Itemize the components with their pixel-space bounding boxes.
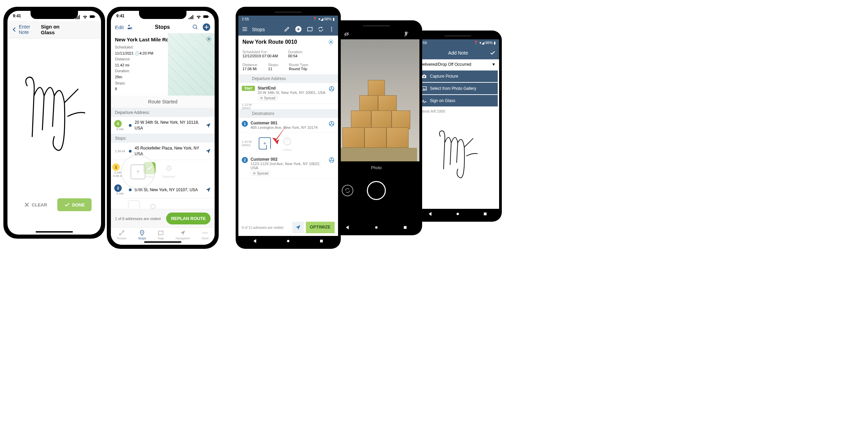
svg-rect-0 (90, 15, 95, 18)
svg-point-8 (208, 38, 210, 40)
speaker (363, 25, 390, 26)
edit-button[interactable]: Edit (115, 24, 124, 30)
gear-icon[interactable] (206, 36, 212, 42)
svg-point-23 (331, 31, 332, 32)
eye-off-icon[interactable] (343, 31, 350, 37)
svg-point-10 (129, 150, 132, 153)
camera-viewfinder[interactable] (333, 39, 419, 161)
location-dot-icon (129, 124, 132, 127)
back-nav-icon[interactable] (345, 225, 350, 230)
map-thumbnail[interactable] (168, 33, 215, 96)
tab-stops[interactable]: Stops (138, 230, 146, 240)
android-nav-bar (416, 209, 499, 219)
shutter-button[interactable] (367, 181, 386, 200)
departure-stop[interactable]: S3 min 20 W 34th St, New York, NY 10118,… (111, 117, 215, 134)
tab-routes[interactable]: Routes (117, 230, 126, 240)
svg-point-22 (331, 29, 332, 30)
add-note-highlight: + (121, 155, 155, 189)
navigate-icon[interactable] (205, 148, 211, 154)
android-nav-bar (238, 236, 338, 246)
back-button[interactable]: Enter Note (12, 24, 41, 35)
iphone-sign-on-glass: 9:41 Enter Note Sign on Glass CLEAR (3, 7, 105, 239)
home-nav-icon[interactable] (455, 212, 460, 216)
add-note-button[interactable]: + (259, 137, 271, 149)
add-button-icon[interactable] (202, 23, 211, 31)
customer-2-stop[interactable]: 2 Customer 002 1123-1129 2nd Ave, New Yo… (238, 154, 338, 179)
refresh-icon[interactable] (318, 26, 324, 32)
capture-picture-button[interactable]: Capture Picture (418, 71, 498, 82)
clear-button[interactable]: CLEAR (17, 198, 54, 211)
navigate-button[interactable] (292, 222, 304, 233)
map-icon[interactable] (307, 26, 313, 32)
svg-point-12 (129, 188, 132, 191)
add-icon[interactable] (295, 25, 302, 33)
status-dropdown[interactable]: Delivered/Drop Off Occurred ▼ (416, 59, 499, 70)
svg-point-38 (456, 213, 459, 215)
svg-rect-33 (320, 240, 323, 242)
chevron-left-icon (12, 26, 18, 33)
status-time: 2:55 (242, 17, 249, 21)
routes-icon (119, 230, 125, 236)
stop-1[interactable]: 1.39 mi 45 Rockefeller Plaza, New York, … (111, 143, 215, 160)
recent-nav-icon[interactable] (319, 239, 324, 243)
boxes-image (342, 80, 410, 161)
select-gallery-button[interactable]: Select from Photo Gallery (418, 83, 498, 94)
photo-mode-label[interactable]: Photo (333, 161, 419, 174)
route-info-card: New York Last Mile Route 0001 Scheduled:… (111, 33, 215, 96)
flash-off-icon[interactable] (403, 31, 409, 37)
svg-rect-2 (203, 15, 208, 18)
synced-badge: ⟳ Synced (251, 171, 271, 176)
status-time: 9:41 (116, 14, 124, 20)
signature-drawing (431, 125, 485, 186)
steering-wheel-icon[interactable] (329, 86, 335, 92)
departure-address: 20 W 34th St, New York, NY 10118, USA (135, 120, 202, 131)
home-indicator[interactable] (144, 241, 181, 243)
user-route-icon[interactable] (126, 24, 133, 30)
svg-point-4 (128, 25, 130, 26)
symbols-left: mbols left:1000 (416, 107, 499, 115)
status-icons: 📍 ▾◢ 98% ▮ (474, 41, 496, 45)
back-label: Enter Note (19, 24, 41, 35)
tab-navigation[interactable]: Navigation (176, 230, 190, 240)
synced-badge: ⟳ Synced (258, 96, 278, 101)
navigate-icon[interactable] (205, 187, 211, 193)
signature-canvas[interactable] (416, 115, 499, 197)
optimize-button[interactable]: OPTIMIZE (306, 222, 335, 233)
back-nav-icon[interactable] (253, 239, 257, 243)
gear-icon[interactable] (328, 39, 334, 45)
tab-more[interactable]: More (202, 230, 209, 240)
tab-map[interactable]: Map (158, 230, 164, 240)
battery-icon (90, 14, 96, 20)
add-note-button[interactable]: + (131, 164, 145, 179)
wifi-icon (82, 14, 88, 20)
svg-point-6 (193, 25, 197, 28)
android-nav-bar (333, 222, 419, 233)
edit-icon[interactable] (284, 26, 290, 32)
svg-point-11 (166, 166, 171, 171)
recent-nav-icon[interactable] (483, 212, 488, 216)
steering-wheel-icon[interactable] (329, 121, 335, 127)
check-icon[interactable] (490, 50, 496, 56)
recent-nav-icon[interactable] (403, 225, 408, 230)
signature-canvas[interactable] (7, 38, 101, 194)
search-icon[interactable] (192, 24, 198, 30)
home-nav-icon[interactable] (286, 239, 291, 243)
home-nav-icon[interactable] (374, 225, 379, 230)
back-nav-icon[interactable] (428, 212, 433, 216)
switch-camera-button[interactable] (342, 185, 353, 196)
navigation-icon (180, 230, 186, 236)
route-meta-row2: Distance:17.06 Mi Stops:11 Route Type:Ro… (238, 61, 338, 74)
notch (139, 11, 186, 19)
signature-drawing (17, 69, 92, 164)
departed-action[interactable]: Departed (162, 162, 175, 178)
start-stop[interactable]: Start Start/End 20 W 34th St, New York, … (238, 83, 338, 104)
home-indicator[interactable] (36, 231, 73, 233)
navigate-icon[interactable] (205, 122, 211, 128)
replan-route-button[interactable]: REPLAN ROUTE (166, 213, 211, 224)
more-vert-icon[interactable] (329, 26, 335, 32)
map-icon (158, 230, 164, 236)
done-button[interactable]: DONE (57, 198, 92, 211)
sign-on-glass-button[interactable]: Sign on Glass (418, 95, 498, 106)
menu-icon[interactable] (242, 26, 248, 32)
steering-wheel-icon[interactable] (329, 157, 335, 163)
